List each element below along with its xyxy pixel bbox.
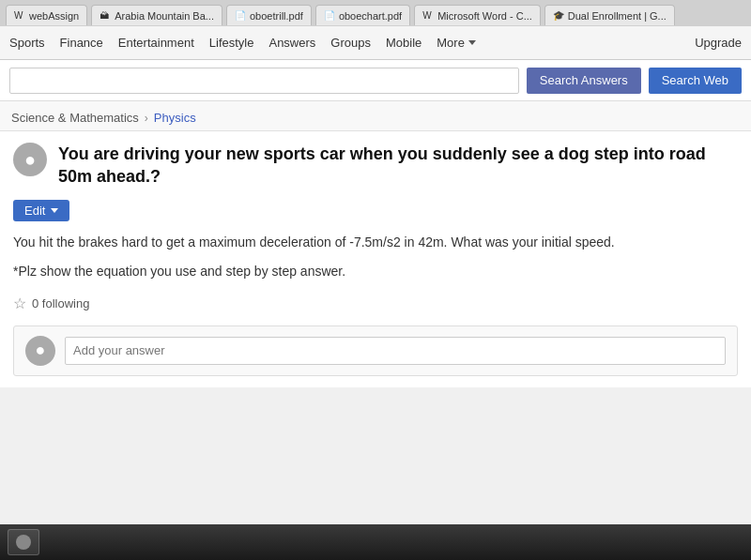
tab-favicon: 📄 <box>235 10 246 22</box>
question-header: ● You are driving your new sports car wh… <box>13 143 738 189</box>
answer-input[interactable] <box>65 337 726 365</box>
search-web-button[interactable]: Search Web <box>649 68 742 94</box>
nav-upgrade[interactable]: Upgrade <box>695 36 742 50</box>
nav-groups[interactable]: Groups <box>330 36 371 50</box>
breadcrumb: Science & Mathematics › Physics <box>0 101 751 130</box>
tab-label: webAssign <box>29 10 79 22</box>
question-body: You hit the brakes hard to get a maximum… <box>13 233 738 252</box>
tab-label: Arabia Mountain Ba... <box>115 10 214 22</box>
answer-avatar: ● <box>25 336 55 366</box>
tab-label: Dual Enrollment | G... <box>568 10 667 22</box>
tab-favicon: 📄 <box>324 10 335 22</box>
nav-more-label: More <box>437 36 465 50</box>
following-row: ☆ 0 following <box>13 295 738 312</box>
question-title: You are driving your new sports car when… <box>58 143 738 189</box>
following-count: 0 following <box>32 296 89 310</box>
search-input[interactable] <box>9 68 519 94</box>
nav-bar: Sports Finance Entertainment Lifestyle A… <box>0 26 751 60</box>
question-note: *Plz show the equation you use and step … <box>13 262 738 281</box>
tab-webassign[interactable]: W webAssign <box>6 5 87 25</box>
answer-section: ● <box>13 325 738 376</box>
tab-favicon: 🎓 <box>553 10 564 22</box>
breadcrumb-parent[interactable]: Science & Mathematics <box>11 111 139 125</box>
tab-favicon: 🏔 <box>100 10 111 22</box>
tab-dual-enroll[interactable]: 🎓 Dual Enrollment | G... <box>544 5 675 25</box>
nav-more[interactable]: More <box>437 36 476 50</box>
nav-entertainment[interactable]: Entertainment <box>118 36 194 50</box>
chevron-down-icon <box>468 40 476 45</box>
nav-sports[interactable]: Sports <box>9 36 45 50</box>
user-avatar: ● <box>13 143 47 176</box>
nav-mobile[interactable]: Mobile <box>386 36 421 50</box>
search-answers-button[interactable]: Search Answers <box>527 68 641 94</box>
tab-favicon: W <box>14 10 25 22</box>
nav-finance[interactable]: Finance <box>60 36 103 50</box>
nav-lifestyle[interactable]: Lifestyle <box>209 36 254 50</box>
nav-answers[interactable]: Answers <box>268 36 315 50</box>
tab-bar: W webAssign 🏔 Arabia Mountain Ba... 📄 ob… <box>0 0 751 26</box>
chevron-down-icon <box>51 208 58 213</box>
answer-avatar-icon: ● <box>36 341 46 360</box>
tab-pdf2[interactable]: 📄 oboechart.pdf <box>315 5 410 25</box>
edit-button[interactable]: Edit <box>13 200 69 221</box>
tab-arabia[interactable]: 🏔 Arabia Mountain Ba... <box>91 5 222 25</box>
main-content: ● You are driving your new sports car wh… <box>0 130 751 387</box>
avatar-icon: ● <box>24 149 36 171</box>
breadcrumb-separator: › <box>145 112 148 125</box>
edit-label: Edit <box>24 204 45 218</box>
star-icon[interactable]: ☆ <box>13 295 26 312</box>
tab-pdf1[interactable]: 📄 oboetrill.pdf <box>226 5 312 25</box>
tab-label: oboechart.pdf <box>339 10 402 22</box>
search-bar: Search Answers Search Web <box>0 60 751 101</box>
breadcrumb-current[interactable]: Physics <box>154 111 196 125</box>
tab-label: oboetrill.pdf <box>250 10 303 22</box>
tab-favicon: W <box>422 10 434 22</box>
tab-word[interactable]: W Microsoft Word - C... <box>414 5 541 25</box>
tab-label: Microsoft Word - C... <box>437 10 532 22</box>
